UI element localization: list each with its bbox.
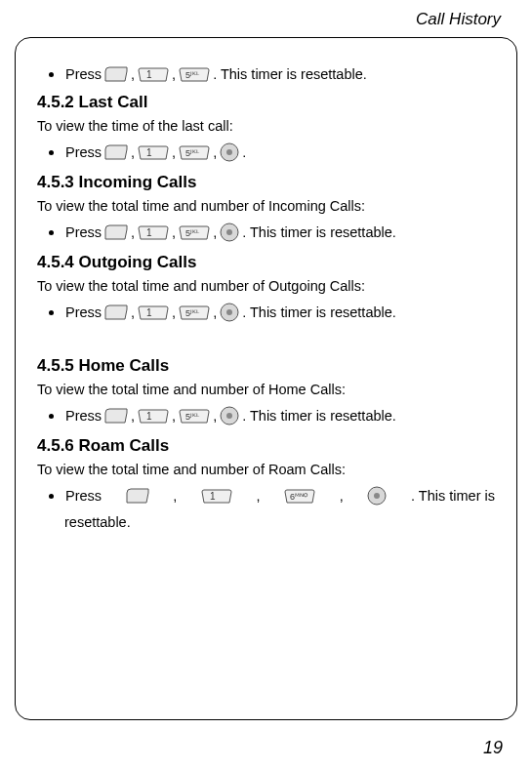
after-keys-text: . <box>242 144 246 160</box>
softkey-icon <box>125 487 150 505</box>
comma: , <box>131 144 135 160</box>
section-text: To view the time of the last call: <box>37 118 495 134</box>
comma: , <box>172 66 176 82</box>
softkey-icon <box>103 143 129 161</box>
svg-point-13 <box>226 309 232 315</box>
section-heading-last-call: 4.5.2 Last Call <box>37 93 495 112</box>
comma: , <box>172 304 176 320</box>
page-header: Call History <box>0 0 532 37</box>
bullet-line: Press , 1 , 6ᴹᴺᴼ , . This timer is <box>37 485 495 507</box>
ok-key-icon <box>366 485 388 507</box>
comma: , <box>131 408 135 424</box>
comma: , <box>213 144 217 160</box>
svg-text:6ᴹᴺᴼ: 6ᴹᴺᴼ <box>290 492 308 502</box>
comma: , <box>131 224 135 240</box>
press-label: Press <box>65 66 102 82</box>
press-label: Press <box>65 304 102 320</box>
bullet-icon <box>49 150 54 155</box>
svg-point-21 <box>374 493 380 499</box>
key-5-icon: 5ᴶᴷᴸ <box>178 144 211 161</box>
ok-key-icon <box>219 222 240 243</box>
after-keys-text: . This timer is <box>411 488 495 504</box>
key-5-icon: 5ᴶᴷᴸ <box>178 304 211 321</box>
key-1-icon: 1 <box>137 144 170 161</box>
softkey-icon <box>103 304 129 321</box>
key-6-icon: 6ᴹᴺᴼ <box>283 488 316 505</box>
press-label: Press <box>65 224 102 240</box>
bullet-icon <box>49 72 54 77</box>
section-text: To view the total time and number of Inc… <box>37 198 495 214</box>
svg-point-5 <box>226 149 232 155</box>
ok-key-icon <box>219 142 240 163</box>
svg-text:5ᴶᴷᴸ: 5ᴶᴷᴸ <box>185 148 200 158</box>
section-text: To view the total time and number of Roa… <box>37 462 495 477</box>
bullet-icon <box>49 414 54 419</box>
svg-text:1: 1 <box>210 491 216 502</box>
comma: , <box>213 408 217 424</box>
section-heading-home: 4.5.5 Home Calls <box>37 356 495 376</box>
svg-text:1: 1 <box>146 227 152 238</box>
after-keys-text: . This timer is resettable. <box>242 224 396 240</box>
softkey-icon <box>103 407 129 425</box>
key-1-icon: 1 <box>137 66 170 83</box>
section-heading-incoming: 4.5.3 Incoming Calls <box>37 173 495 192</box>
key-5-icon: 5ᴶᴷᴸ <box>178 408 211 425</box>
softkey-icon <box>103 65 129 83</box>
after-keys-text: . This timer is resettable. <box>213 66 367 82</box>
svg-text:1: 1 <box>146 307 152 318</box>
comma: , <box>257 488 261 504</box>
key-1-icon: 1 <box>137 224 170 241</box>
press-label: Press <box>65 144 102 160</box>
page-frame: Press , 1 , 5ᴶᴷᴸ . This timer is resetta… <box>15 37 517 720</box>
key-5-icon: 5ᴶᴷᴸ <box>178 224 211 241</box>
comma: , <box>340 488 344 504</box>
svg-text:5ᴶᴷᴸ: 5ᴶᴷᴸ <box>185 228 200 238</box>
softkey-icon <box>103 223 129 241</box>
press-label: Press <box>65 408 102 424</box>
svg-text:1: 1 <box>146 69 152 80</box>
bullet-line: Press , 1 , 5ᴶᴷᴸ , . This timer is reset… <box>37 405 495 426</box>
wrap-text: resettable. <box>37 514 495 530</box>
bullet-line: Press , 1 , 5ᴶᴷᴸ , . This timer is reset… <box>37 302 495 323</box>
comma: , <box>213 304 217 320</box>
key-1-icon: 1 <box>137 304 170 321</box>
comma: , <box>213 224 217 240</box>
bullet-icon <box>49 230 54 235</box>
ok-key-icon <box>219 302 240 323</box>
bullet-icon <box>49 494 54 499</box>
ok-key-icon <box>219 405 240 426</box>
svg-text:5ᴶᴷᴸ: 5ᴶᴷᴸ <box>185 308 200 318</box>
svg-text:5ᴶᴷᴸ: 5ᴶᴷᴸ <box>185 412 200 422</box>
comma: , <box>173 488 177 504</box>
press-label: Press <box>65 488 102 504</box>
comma: , <box>172 144 176 160</box>
comma: , <box>172 408 176 424</box>
svg-text:1: 1 <box>146 411 152 422</box>
bullet-line: Press , 1 , 5ᴶᴷᴸ . This timer is resetta… <box>37 65 495 83</box>
page-number: 19 <box>483 738 503 758</box>
bullet-line: Press , 1 , 5ᴶᴷᴸ , . <box>37 142 495 163</box>
key-1-icon: 1 <box>200 488 233 505</box>
svg-text:1: 1 <box>146 147 152 158</box>
key-5-icon: 5ᴶᴷᴸ <box>178 66 211 83</box>
svg-text:5ᴶᴷᴸ: 5ᴶᴷᴸ <box>185 70 200 80</box>
section-text: To view the total time and number of Hom… <box>37 382 495 397</box>
key-1-icon: 1 <box>137 408 170 425</box>
section-text: To view the total time and number of Out… <box>37 278 495 294</box>
comma: , <box>131 66 135 82</box>
after-keys-text: . This timer is resettable. <box>242 304 396 320</box>
comma: , <box>131 304 135 320</box>
bullet-icon <box>49 310 54 315</box>
svg-point-17 <box>226 413 232 419</box>
bullet-line: Press , 1 , 5ᴶᴷᴸ , . This timer is reset… <box>37 222 495 243</box>
section-heading-outgoing: 4.5.4 Outgoing Calls <box>37 253 495 272</box>
comma: , <box>172 224 176 240</box>
section-heading-roam: 4.5.6 Roam Calls <box>37 436 495 456</box>
svg-point-9 <box>226 229 232 235</box>
after-keys-text: . This timer is resettable. <box>242 408 396 424</box>
